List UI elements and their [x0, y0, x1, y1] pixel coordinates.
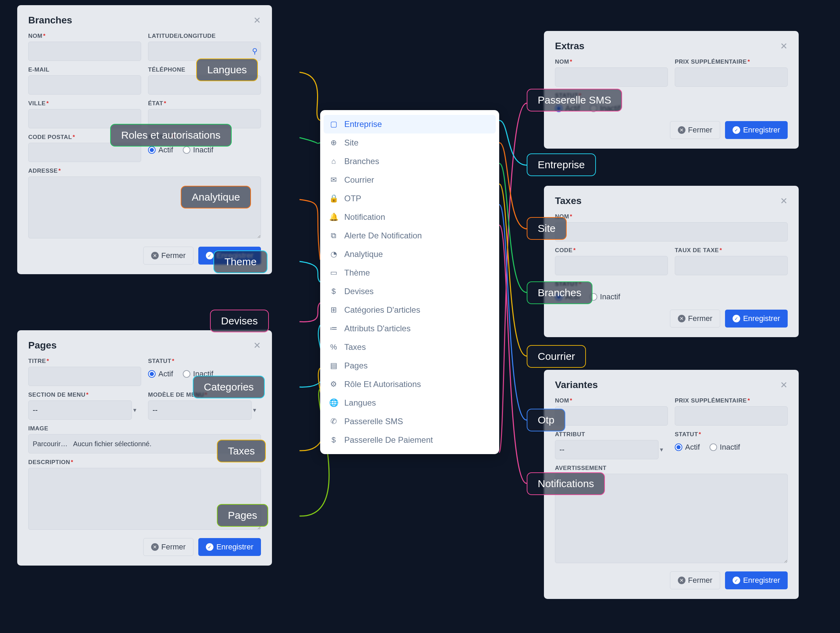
menu-langues[interactable]: 🌐Langues	[320, 394, 499, 412]
tag-theme[interactable]: Theme	[213, 250, 267, 273]
menu-site[interactable]: ⊕Site	[320, 134, 499, 152]
check-circle-icon: ✓	[733, 126, 740, 134]
variantes-attribut-select[interactable]	[555, 440, 658, 459]
taxes-nom-input[interactable]	[555, 222, 788, 241]
close-icon[interactable]: ✕	[780, 41, 788, 52]
menu-pages[interactable]: ▤Pages	[320, 356, 499, 375]
label-nom: NOM*	[28, 33, 141, 39]
menu-alerte[interactable]: ⧉Alerte De Notification	[320, 226, 499, 245]
label-section-menu: SECTION DE MENU*	[28, 392, 141, 398]
taxes-taux-input[interactable]	[675, 256, 788, 275]
branches-email-input[interactable]	[28, 76, 141, 94]
pages-modele-menu-select[interactable]	[148, 400, 252, 420]
lock-icon: 🔒	[329, 194, 338, 203]
tag-roles[interactable]: Roles et autorisations	[110, 124, 232, 146]
save-button[interactable]: ✓Enregistrer	[725, 572, 788, 589]
variantes-prix-input[interactable]	[675, 406, 788, 425]
radio-inactif[interactable]: Inactif	[590, 293, 621, 301]
grid-icon: ⊞	[329, 305, 338, 315]
label-prix-supp: PRIX SUPPLÉMENTAIRE*	[675, 397, 788, 404]
close-button[interactable]: ✕Fermer	[143, 247, 194, 265]
close-button[interactable]: ✕Fermer	[670, 310, 720, 328]
x-circle-icon: ✕	[678, 315, 685, 322]
close-icon[interactable]: ✕	[780, 380, 788, 391]
extras-nom-input[interactable]	[555, 68, 668, 87]
tag-pages[interactable]: Pages	[217, 504, 268, 527]
tag-langues[interactable]: Langues	[196, 58, 258, 81]
currency-icon: $	[329, 287, 338, 296]
close-icon[interactable]: ✕	[780, 196, 788, 206]
radio-inactif[interactable]: Inactif	[183, 145, 213, 154]
close-button[interactable]: ✕Fermer	[143, 538, 194, 556]
taxes-code-input[interactable]	[555, 256, 668, 275]
save-button[interactable]: ✓Enregistrer	[198, 538, 261, 556]
radio-actif[interactable]: Actif	[148, 370, 173, 378]
close-icon[interactable]: ✕	[253, 340, 261, 351]
close-button[interactable]: ✕Fermer	[670, 121, 720, 139]
menu-theme[interactable]: ▭Thème	[320, 263, 499, 282]
chart-icon: ◔	[329, 250, 338, 259]
branches-nom-input[interactable]	[28, 42, 141, 61]
menu-passerelle-paiement[interactable]: $Passerelle De Paiement	[320, 431, 499, 449]
menu-notification[interactable]: 🔔Notification	[320, 208, 499, 226]
menu-categories[interactable]: ⊞Catégories D'articles	[320, 301, 499, 319]
save-button[interactable]: ✓Enregistrer	[725, 310, 788, 328]
pages-title: Pages	[28, 340, 57, 351]
menu-entreprise[interactable]: ▢Entreprise	[324, 115, 496, 134]
close-icon[interactable]: ✕	[253, 15, 261, 26]
menu-otp[interactable]: 🔒OTP	[320, 189, 499, 208]
palette-icon: ▭	[329, 268, 338, 277]
pages-titre-input[interactable]	[28, 367, 141, 386]
extras-title: Extras	[555, 41, 584, 52]
tag-site[interactable]: Site	[527, 217, 567, 240]
label-email: E-MAIL	[28, 66, 141, 73]
tag-branches[interactable]: Branches	[527, 282, 592, 304]
x-circle-icon: ✕	[678, 126, 685, 134]
tag-entreprise[interactable]: Entreprise	[527, 153, 596, 176]
tag-devises[interactable]: Devises	[210, 310, 269, 332]
label-prix-supp: PRIX SUPPLÉMENTAIRE*	[675, 58, 788, 65]
radio-actif[interactable]: Actif	[148, 145, 173, 154]
tag-notifications[interactable]: Notifications	[527, 472, 605, 495]
close-button[interactable]: ✕Fermer	[670, 572, 720, 589]
menu-devises[interactable]: $Devises	[320, 282, 499, 301]
gear-icon: ⚙	[329, 380, 338, 389]
label-image: IMAGE	[28, 425, 261, 432]
percent-icon: %	[329, 343, 338, 351]
label-avertissement: AVERTISSEMENT	[555, 465, 788, 472]
label-nom: NOM*	[555, 58, 668, 65]
label-titre: TITRE*	[28, 358, 141, 365]
menu-passerelle-sms[interactable]: ✆Passerelle SMS	[320, 412, 499, 431]
alert-icon: ⧉	[329, 231, 338, 240]
menu-attributs[interactable]: ≔Attributs D'articles	[320, 319, 499, 338]
menu-analytique[interactable]: ◔Analytique	[320, 245, 499, 263]
taxes-modal: Taxes ✕ NOM* CODE* TAUX DE TAXE* STATUT*…	[544, 186, 799, 337]
menu-roles[interactable]: ⚙Rôle Et Autorisations	[320, 375, 499, 394]
pages-section-menu-select[interactable]	[28, 400, 132, 420]
tag-taxes[interactable]: Taxes	[217, 440, 266, 462]
tag-categories[interactable]: Categories	[193, 376, 265, 398]
menu-courrier[interactable]: ✉Courrier	[320, 171, 499, 189]
check-circle-icon: ✓	[733, 315, 740, 322]
radio-actif[interactable]: Actif	[675, 443, 700, 452]
globe-icon: ⊕	[329, 138, 338, 147]
branches-latlng-input[interactable]	[148, 42, 261, 61]
menu-branches[interactable]: ⌂Branches	[320, 152, 499, 171]
label-latlng: LATITUDE/LONGITUDE	[148, 33, 261, 39]
menu-taxes[interactable]: %Taxes	[320, 338, 499, 356]
tag-passerelle-sms[interactable]: Passerelle SMS	[527, 89, 622, 112]
file-browse-button[interactable]: Parcourir…	[33, 440, 68, 448]
list-icon: ≔	[329, 324, 338, 333]
label-attribut: ATTRIBUT	[555, 431, 668, 438]
tag-courrier[interactable]: Courrier	[527, 345, 586, 368]
building-icon: ▢	[329, 120, 338, 129]
variantes-nom-input[interactable]	[555, 406, 668, 425]
tag-analytique[interactable]: Analytique	[181, 186, 251, 208]
bell-icon: 🔔	[329, 213, 338, 222]
extras-prix-input[interactable]	[675, 68, 788, 87]
radio-inactif[interactable]: Inactif	[709, 443, 740, 452]
tag-otp[interactable]: Otp	[527, 409, 565, 431]
label-taux: TAUX DE TAXE*	[675, 247, 788, 254]
save-button[interactable]: ✓Enregistrer	[725, 121, 788, 139]
map-pin-icon[interactable]: ⚲	[252, 47, 257, 56]
